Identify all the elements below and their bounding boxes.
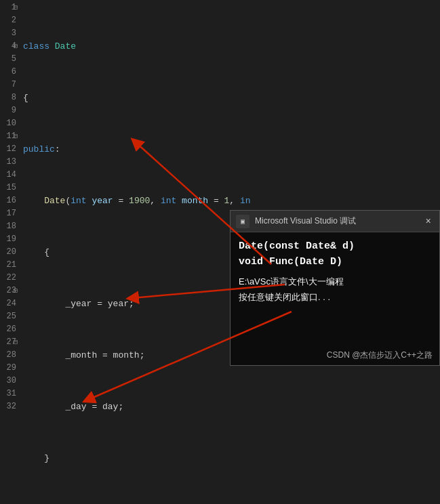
collapse-ctor1[interactable]: ⊟	[14, 40, 20, 53]
terminal-footer: CSDN @杰信步迈入C++之路	[327, 350, 433, 361]
csdn-watermark: CSDN @杰信步迈入C++之路	[327, 350, 433, 360]
line-numbers: 1 2 3 4 5 6 7 8 9 10 11 12 13 14 15 16 1…	[0, 0, 20, 504]
terminal-window: ▣ Microsoft Visual Studio 调试 × Date(cons…	[230, 210, 440, 366]
terminal-titlebar: ▣ Microsoft Visual Studio 调试 ×	[231, 211, 439, 232]
close-button[interactable]: ×	[423, 216, 434, 227]
code-content: class Date { public: Date(int year = 190…	[20, 0, 251, 504]
vs-icon: ▣	[241, 217, 245, 226]
terminal-icon: ▣	[236, 215, 249, 228]
collapse-class[interactable]: ⊟	[14, 1, 20, 14]
collapse-ctor2[interactable]: ⊟	[14, 130, 20, 143]
code-editor: 1 2 3 4 5 6 7 8 9 10 11 12 13 14 15 16 1…	[0, 0, 251, 504]
terminal-body: Date(const Date& d) void Func(Date D) E:…	[231, 232, 439, 312]
terminal-line1: Date(const Date& d)	[239, 239, 431, 255]
terminal-title: Microsoft Visual Studio 调试	[255, 215, 418, 227]
collapse-func[interactable]: ⊟	[14, 285, 20, 297]
collapse-main[interactable]: ⊟	[14, 336, 20, 349]
terminal-line2: void Func(Date D)	[239, 255, 431, 270]
terminal-path: E:\aVSc语言文件\大一编程	[239, 275, 431, 291]
terminal-hint: 按任意键关闭此窗口. . .	[239, 291, 431, 306]
